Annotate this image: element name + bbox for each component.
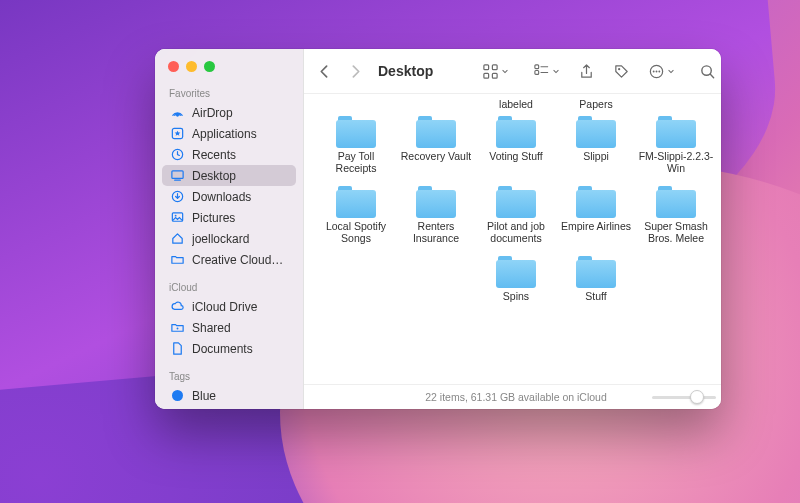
folder-icon: [336, 186, 376, 218]
close-button[interactable]: [168, 61, 179, 72]
view-mode-button[interactable]: [482, 63, 509, 80]
folder-name: FM-Slippi-2.2.3-Win: [638, 150, 714, 174]
finder-window: FavoritesAirDropApplicationsRecentsDeskt…: [155, 49, 721, 409]
zoom-button[interactable]: [204, 61, 215, 72]
minimize-button[interactable]: [186, 61, 197, 72]
svg-line-23: [710, 74, 713, 77]
folder-item[interactable]: FM-Slippi-2.2.3-Win: [638, 116, 714, 174]
sidebar-item-blue[interactable]: Blue: [162, 385, 296, 406]
sidebar-item-documents[interactable]: Documents: [162, 338, 296, 359]
shared-icon: [170, 320, 185, 335]
folder-item[interactable]: Slippi: [558, 116, 634, 162]
window-title: Desktop: [378, 63, 433, 79]
sidebar-item-desktop[interactable]: Desktop: [162, 165, 296, 186]
app-icon: [170, 126, 185, 141]
action-menu-button[interactable]: [648, 63, 675, 80]
sidebar-item-label: joellockard: [192, 232, 249, 246]
home-icon: [170, 231, 185, 246]
svg-point-0: [176, 114, 179, 117]
share-button[interactable]: [578, 63, 595, 80]
folder-item[interactable]: Local Spotify Songs: [318, 186, 394, 244]
folder-item[interactable]: Pay Toll Receipts: [318, 116, 394, 174]
sidebar-item-label: Shared: [192, 321, 231, 335]
svg-rect-3: [172, 171, 183, 179]
svg-rect-11: [484, 73, 489, 78]
svg-rect-10: [492, 64, 497, 69]
cloud-icon: [170, 299, 185, 314]
sidebar-item-shared[interactable]: Shared: [162, 317, 296, 338]
folder-item[interactable]: Voting Stuff: [478, 116, 554, 162]
folder-name: Renters Insurance: [398, 220, 474, 244]
sidebar-item-label: Pictures: [192, 211, 235, 225]
clock-icon: [170, 147, 185, 162]
sidebar-item-pictures[interactable]: Pictures: [162, 207, 296, 228]
back-button[interactable]: [316, 63, 333, 80]
folder-item[interactable]: Empire Airlines: [558, 186, 634, 232]
sidebar-item-icloud-drive[interactable]: iCloud Drive: [162, 296, 296, 317]
svg-point-19: [653, 70, 655, 72]
svg-rect-9: [484, 64, 489, 69]
folder-name: Voting Stuff: [489, 150, 543, 162]
sidebar-item-label: Documents: [192, 342, 253, 356]
folder-name: Pay Toll Receipts: [318, 150, 394, 174]
folder-item[interactable]: Recovery Vault: [398, 116, 474, 162]
folder-item[interactable]: Super Smash Bros. Melee: [638, 186, 714, 244]
folder-name: Recovery Vault: [401, 150, 471, 162]
sidebar-item-joellockard[interactable]: joellockard: [162, 228, 296, 249]
icon-size-slider[interactable]: [652, 391, 716, 403]
folder-icon: [496, 256, 536, 288]
sidebar-item-applications[interactable]: Applications: [162, 123, 296, 144]
download-icon: [170, 189, 185, 204]
folder-name: Empire Airlines: [561, 220, 631, 232]
search-button[interactable]: [699, 63, 716, 80]
sidebar-item-creative-cloud[interactable]: Creative Cloud…: [162, 249, 296, 270]
folder-icon: [576, 116, 616, 148]
folder-item[interactable]: Stuff: [558, 256, 634, 302]
folder-label-fragment: Papers: [558, 98, 634, 114]
folder-item[interactable]: Spins: [478, 256, 554, 302]
sidebar-section-label: iCloud: [155, 274, 303, 296]
sidebar-item-label: Recents: [192, 148, 236, 162]
sidebar-item-downloads[interactable]: Downloads: [162, 186, 296, 207]
svg-rect-12: [492, 73, 497, 78]
airdrop-icon: [170, 105, 185, 120]
status-text: 22 items, 61.31 GB available on iCloud: [425, 391, 607, 403]
folder-name: labeled: [499, 98, 533, 110]
status-bar: 22 items, 61.31 GB available on iCloud: [304, 384, 721, 409]
sidebar-item-label: Blue: [192, 389, 216, 403]
folder-icon: [496, 116, 536, 148]
folder-item[interactable]: Pilot and job documents: [478, 186, 554, 244]
sidebar-item-airdrop[interactable]: AirDrop: [162, 102, 296, 123]
sidebar-item-label: Applications: [192, 127, 257, 141]
sidebar-item-recents[interactable]: Recents: [162, 144, 296, 165]
group-button[interactable]: [533, 63, 560, 80]
pictures-icon: [170, 210, 185, 225]
tag-button[interactable]: [613, 63, 630, 80]
svg-point-21: [658, 70, 660, 72]
svg-point-20: [656, 70, 658, 72]
folder-name: Spins: [503, 290, 529, 302]
sidebar-item-gray[interactable]: Gray: [162, 406, 296, 409]
svg-rect-14: [535, 70, 539, 74]
folder-icon: [656, 186, 696, 218]
svg-point-7: [175, 215, 177, 217]
cloud-folder-icon: [170, 252, 185, 267]
tag-dot: [170, 388, 185, 403]
folder-icon: [656, 116, 696, 148]
sidebar-section-label: Favorites: [155, 80, 303, 102]
svg-point-17: [618, 68, 620, 70]
folder-icon: [416, 116, 456, 148]
sidebar-item-label: Creative Cloud…: [192, 253, 283, 267]
folder-grid: labeledPapersPay Toll ReceiptsRecovery V…: [304, 94, 721, 384]
sidebar: FavoritesAirDropApplicationsRecentsDeskt…: [155, 49, 304, 409]
main-panel: Desktop: [304, 49, 721, 409]
folder-name: Papers: [579, 98, 612, 110]
forward-button[interactable]: [347, 63, 364, 80]
folder-label-fragment: labeled: [478, 98, 554, 114]
folder-item[interactable]: Renters Insurance: [398, 186, 474, 244]
window-controls: [155, 49, 303, 80]
svg-point-8: [177, 328, 179, 330]
folder-icon: [496, 186, 536, 218]
sidebar-item-label: Desktop: [192, 169, 236, 183]
folder-name: Stuff: [585, 290, 606, 302]
